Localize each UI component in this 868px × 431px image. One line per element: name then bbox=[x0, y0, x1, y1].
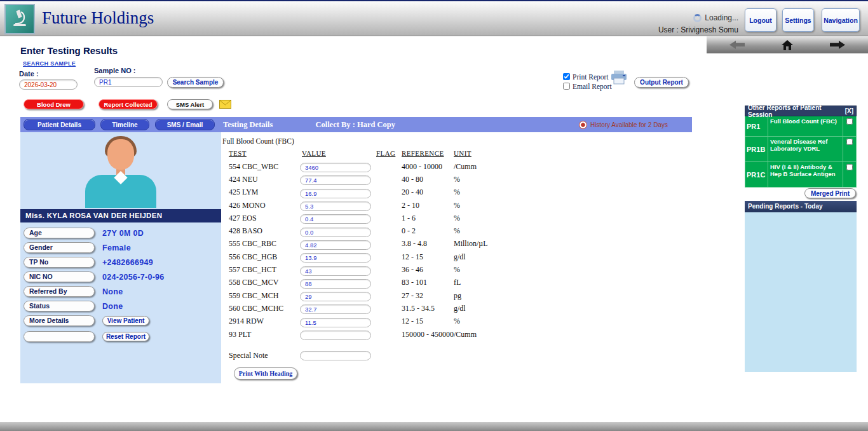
special-note-input[interactable] bbox=[300, 351, 371, 360]
forward-arrow-icon[interactable] bbox=[830, 41, 845, 49]
sample-no-label: Sample NO : bbox=[94, 67, 163, 74]
report-code: PR1C bbox=[745, 162, 768, 187]
test-reference: 27 - 32 bbox=[402, 291, 454, 301]
tab-sms-email[interactable]: SMS / Email bbox=[155, 119, 215, 130]
back-arrow-icon[interactable] bbox=[729, 41, 745, 49]
navigation-button[interactable]: Navigation bbox=[822, 8, 860, 32]
print-report-checkbox[interactable] bbox=[563, 73, 570, 80]
search-sample-link[interactable]: SEARCH SAMPLE bbox=[23, 60, 76, 67]
test-value-input[interactable] bbox=[300, 240, 371, 250]
close-icon[interactable]: [X] bbox=[845, 107, 853, 114]
test-value-input[interactable] bbox=[300, 202, 371, 211]
report-checkbox[interactable] bbox=[846, 164, 853, 170]
report-checkbox[interactable] bbox=[846, 139, 853, 145]
logout-button[interactable]: Logout bbox=[745, 8, 776, 32]
test-reference: 31.5 - 34.5 bbox=[402, 304, 454, 313]
patient-field-row: Age 27Y 0M 0D bbox=[20, 226, 221, 240]
report-row[interactable]: PR1 Full Blood Count (FBC) bbox=[745, 116, 857, 137]
test-name: 428 BASO bbox=[229, 226, 300, 236]
test-value-input[interactable] bbox=[300, 189, 371, 198]
test-unit: g/dl bbox=[454, 252, 692, 262]
test-value-input[interactable] bbox=[300, 175, 371, 185]
pending-reports-body bbox=[745, 212, 857, 372]
test-unit: % bbox=[454, 175, 692, 184]
report-checkbox[interactable] bbox=[846, 118, 853, 125]
collect-by-label: Collect By : Hard Copy bbox=[315, 120, 395, 130]
field-label-pill: Gender bbox=[24, 242, 95, 253]
test-value-input[interactable] bbox=[300, 304, 371, 314]
test-value-input[interactable] bbox=[300, 163, 371, 172]
email-report-checkbox[interactable] bbox=[563, 83, 570, 90]
report-collected-button[interactable]: Report Collected bbox=[98, 99, 158, 109]
patient-field-row: NIC NO 024-2056-7-0-96 bbox=[20, 270, 221, 284]
test-value-input[interactable] bbox=[300, 292, 371, 301]
field-value: Female bbox=[102, 243, 131, 252]
sample-action-row: Blood Drew Report Collected SMS Alert bbox=[24, 99, 231, 109]
user-label: User : Srivignesh Somu bbox=[658, 25, 738, 34]
test-value-input[interactable] bbox=[300, 279, 371, 289]
report-row[interactable]: PR1C HIV (I & II) Antibody & Hep B Surfa… bbox=[745, 162, 857, 188]
test-unit: fL bbox=[454, 278, 692, 287]
sms-alert-button[interactable]: SMS Alert bbox=[167, 99, 213, 109]
panel-title: Full Blood Count (FBC) bbox=[222, 137, 294, 145]
test-unit: % bbox=[454, 188, 692, 197]
test-unit: pg bbox=[454, 291, 692, 301]
test-value-input[interactable] bbox=[300, 253, 371, 263]
tab-timeline[interactable]: Timeline bbox=[100, 119, 149, 130]
special-note-label: Special Note bbox=[229, 351, 300, 360]
test-unit: % bbox=[454, 214, 692, 223]
tab-patient-details[interactable]: Patient Details bbox=[24, 119, 95, 130]
home-icon[interactable] bbox=[782, 40, 793, 50]
test-name: 558 CBC_MCV bbox=[229, 278, 300, 287]
print-report-option: Print Report bbox=[563, 72, 612, 81]
output-report-button[interactable]: Output Report bbox=[634, 77, 689, 88]
bottom-bar bbox=[0, 422, 868, 431]
test-reference: 4000 - 10000 bbox=[402, 162, 454, 172]
merged-print-button[interactable]: Merged Print bbox=[804, 188, 856, 198]
report-row[interactable]: PR1B Veneral Disease Ref Laboratory VDRL bbox=[745, 137, 857, 162]
date-input[interactable] bbox=[19, 79, 78, 90]
field-label-pill: TP No bbox=[24, 257, 95, 268]
history-note-text: History Available for 2 Days bbox=[590, 121, 668, 128]
page-title: Enter Testing Results bbox=[20, 45, 118, 56]
email-report-label: Email Report bbox=[573, 83, 612, 90]
test-unit: % bbox=[454, 226, 692, 236]
test-reference: 20 - 40 bbox=[402, 188, 454, 197]
printer-icon[interactable] bbox=[610, 70, 628, 88]
avatar-head bbox=[107, 139, 134, 170]
test-row: 557 CBC_HCT 36 - 46 % bbox=[221, 263, 692, 276]
print-with-heading-button[interactable]: Print With Heading bbox=[234, 367, 297, 380]
report-code: PR1B bbox=[745, 137, 768, 161]
more-details-row: More Details View Patient bbox=[20, 313, 221, 328]
blood-drew-button[interactable]: Blood Drew bbox=[24, 99, 84, 109]
app-title: Future Holdings bbox=[42, 8, 154, 28]
search-sample-button[interactable]: Search Sample bbox=[167, 77, 224, 88]
report-code: PR1 bbox=[745, 116, 768, 136]
test-value-input[interactable] bbox=[300, 331, 371, 340]
field-value: +2482666949 bbox=[102, 258, 153, 267]
test-row: 426 MONO 2 - 10 % bbox=[221, 199, 692, 212]
test-reference: 12 - 15 bbox=[402, 317, 454, 326]
test-name: 555 CBC_RBC bbox=[229, 239, 300, 249]
col-value: VALUE bbox=[302, 149, 326, 157]
sample-no-field-group: Sample NO : bbox=[94, 67, 163, 87]
microscope-icon bbox=[10, 8, 29, 30]
reset-report-button[interactable]: Reset Report bbox=[102, 332, 149, 341]
mail-icon[interactable] bbox=[219, 100, 231, 109]
test-reference: 150000 - 450000 bbox=[402, 330, 454, 339]
test-value-input[interactable] bbox=[300, 228, 371, 237]
sample-no-input[interactable] bbox=[94, 77, 163, 87]
field-value: Done bbox=[102, 302, 123, 311]
test-value-input[interactable] bbox=[300, 266, 371, 276]
tab-bar: Patient Details Timeline SMS / Email Tes… bbox=[20, 117, 692, 132]
field-label-pill: NIC NO bbox=[24, 271, 95, 282]
test-value-input[interactable] bbox=[300, 214, 371, 224]
test-unit: % bbox=[454, 265, 692, 275]
other-reports-header: Other Reports of Patient Session [X] bbox=[745, 106, 857, 116]
view-patient-button[interactable]: View Patient bbox=[102, 316, 149, 325]
test-value-input[interactable] bbox=[300, 318, 371, 327]
loading-indicator: Loading... bbox=[693, 13, 738, 22]
settings-button[interactable]: Settings bbox=[782, 8, 814, 32]
test-row: 428 BASO 0 - 2 % bbox=[221, 224, 692, 237]
app-header: Future Holdings Loading... User : Srivig… bbox=[0, 0, 868, 36]
